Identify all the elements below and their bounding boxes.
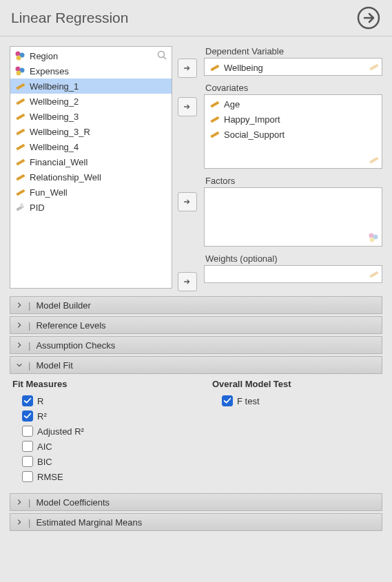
drop-item-name: Age xyxy=(224,99,240,110)
checkbox[interactable] xyxy=(22,456,33,467)
fit-measure-option[interactable]: BIC xyxy=(12,454,185,469)
chevron-right-icon xyxy=(16,300,23,311)
checkbox[interactable] xyxy=(222,395,233,406)
scale-icon xyxy=(14,81,25,92)
variable-item[interactable]: Wellbeing_4 xyxy=(10,139,172,154)
option-label: R xyxy=(37,396,43,406)
transfer-button[interactable] xyxy=(178,272,197,291)
transfer-button[interactable] xyxy=(178,97,197,116)
weights-label: Weights (optional) xyxy=(204,253,382,264)
scale-hint-icon xyxy=(368,269,379,280)
drop-item-name: Happy_Import xyxy=(224,114,280,125)
variable-list[interactable]: RegionExpensesWellbeing_1Wellbeing_2Well… xyxy=(10,46,172,289)
factors-dropzone[interactable] xyxy=(204,187,382,247)
checkbox[interactable] xyxy=(22,410,33,422)
scale-icon xyxy=(14,111,25,122)
fit-measure-option[interactable]: AIC xyxy=(12,439,185,454)
scale-icon xyxy=(14,141,25,152)
checkbox[interactable] xyxy=(22,426,33,437)
transfer-button[interactable] xyxy=(178,192,197,211)
scale-icon xyxy=(14,172,25,183)
section-margins[interactable]: |Estimated Marginal Means xyxy=(10,513,382,531)
section-assumption[interactable]: |Assumption Checks xyxy=(10,336,382,354)
variable-name: Fun_Well xyxy=(30,187,68,198)
section-label: Estimated Marginal Means xyxy=(36,517,142,528)
model-fit-content: Fit MeasuresRR²Adjusted R²AICBICRMSEOver… xyxy=(0,376,392,491)
scale-icon xyxy=(14,187,25,198)
variable-item[interactable]: Wellbeing_2 xyxy=(10,94,172,109)
weights-dropzone[interactable] xyxy=(204,265,382,283)
section-model_fit[interactable]: |Model Fit xyxy=(10,356,382,374)
option-label: Adjusted R² xyxy=(37,426,84,437)
overall-test-heading: Overall Model Test xyxy=(212,379,291,389)
checkbox[interactable] xyxy=(22,471,33,482)
drop-item[interactable]: Social_Support xyxy=(205,127,382,142)
scale-hint-icon xyxy=(368,154,379,165)
option-label: RMSE xyxy=(37,472,63,482)
option-label: AIC xyxy=(37,441,52,452)
variable-name: Wellbeing_3 xyxy=(30,112,79,122)
page-title: Linear Regression xyxy=(11,10,128,26)
nominal-icon xyxy=(14,65,25,76)
drop-item[interactable]: Happy_Import xyxy=(205,112,382,127)
overall-test-option[interactable]: F test xyxy=(212,393,291,408)
option-label: BIC xyxy=(37,457,52,467)
scale-icon xyxy=(209,98,220,110)
scale-icon xyxy=(209,129,220,140)
chevron-right-icon xyxy=(16,320,23,331)
variable-item[interactable]: Wellbeing_3_R xyxy=(10,124,172,139)
section-label: Model Coefficients xyxy=(36,497,110,508)
variable-name: Wellbeing_4 xyxy=(30,142,79,152)
variable-item[interactable]: Financial_Well xyxy=(10,154,172,169)
drop-item-name: Wellbeing xyxy=(224,63,263,73)
chevron-right-icon xyxy=(16,340,23,351)
section-model_builder[interactable]: |Model Builder xyxy=(10,296,382,314)
arrow-right-icon xyxy=(183,102,192,112)
dependent-label: Dependent Variable xyxy=(204,46,382,56)
fit-measure-option[interactable]: Adjusted R² xyxy=(12,424,185,439)
forward-button[interactable] xyxy=(356,6,381,30)
variable-item[interactable]: Expenses xyxy=(10,63,172,79)
variable-name: PID xyxy=(30,202,45,213)
variable-item[interactable]: PID xyxy=(10,200,172,215)
arrow-right-icon xyxy=(183,197,192,207)
section-label: Reference Levels xyxy=(36,320,105,331)
fit-measure-option[interactable]: R² xyxy=(12,408,185,424)
scale-icon xyxy=(209,114,220,125)
nominal-hint-icon xyxy=(368,232,379,243)
drop-item[interactable]: Wellbeing xyxy=(205,60,382,75)
nominal-icon xyxy=(14,50,25,61)
variable-item[interactable]: Wellbeing_1 xyxy=(10,79,172,94)
covariates-dropzone[interactable]: AgeHappy_ImportSocial_Support xyxy=(204,94,382,169)
fit-measure-option[interactable]: RMSE xyxy=(12,469,185,484)
arrow-right-icon xyxy=(183,63,192,73)
section-label: Assumption Checks xyxy=(36,340,115,351)
option-label: R² xyxy=(37,411,47,422)
fit-measure-option[interactable]: R xyxy=(12,393,185,408)
checkbox[interactable] xyxy=(22,395,33,406)
section-reference_levels[interactable]: |Reference Levels xyxy=(10,316,382,334)
chevron-down-icon xyxy=(16,360,23,371)
checkbox[interactable] xyxy=(22,441,33,452)
search-icon[interactable] xyxy=(156,50,167,61)
variable-name: Relationship_Well xyxy=(30,172,101,183)
drop-item-name: Social_Support xyxy=(224,129,285,140)
scale-icon xyxy=(14,126,25,137)
option-label: F test xyxy=(237,396,260,406)
variable-name: Region xyxy=(30,51,58,61)
drop-item[interactable]: Age xyxy=(205,96,382,112)
variable-item[interactable]: Fun_Well xyxy=(10,185,172,200)
variable-item[interactable]: Relationship_Well xyxy=(10,169,172,185)
section-coefficients[interactable]: |Model Coefficients xyxy=(10,493,382,511)
covariates-label: Covariates xyxy=(204,83,382,93)
scale-icon xyxy=(14,156,25,167)
variable-item[interactable]: Wellbeing_3 xyxy=(10,109,172,124)
variable-item[interactable]: Region xyxy=(10,48,172,63)
transfer-button[interactable] xyxy=(178,59,197,78)
variable-name: Expenses xyxy=(30,66,69,76)
chevron-right-icon xyxy=(16,517,23,528)
chevron-right-icon xyxy=(16,497,23,508)
dependent-dropzone[interactable]: Wellbeing xyxy=(204,58,382,76)
id-icon xyxy=(14,202,25,213)
section-label: Model Builder xyxy=(36,300,91,311)
